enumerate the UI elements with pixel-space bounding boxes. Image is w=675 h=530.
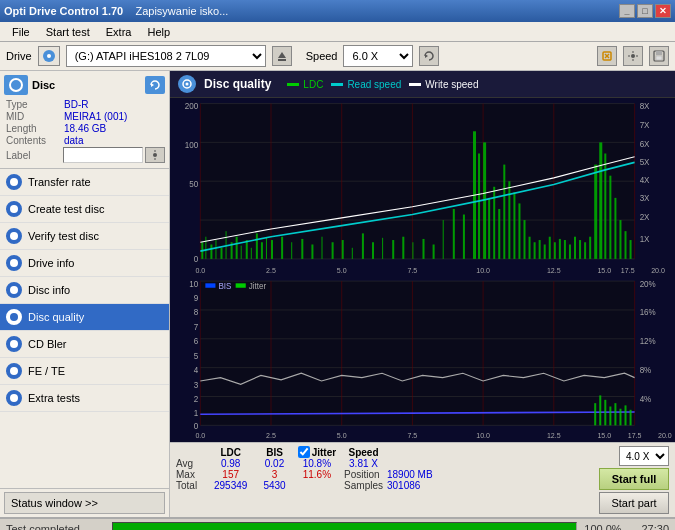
mid-value: MEIRA1 (001) <box>64 111 127 122</box>
svg-text:1X: 1X <box>640 234 650 244</box>
svg-rect-86 <box>423 239 425 259</box>
sidebar-item-create-test-disc[interactable]: Create test disc <box>0 196 169 223</box>
minimize-button[interactable]: _ <box>619 4 635 18</box>
progress-percent: 100.0% <box>583 523 623 530</box>
menu-help[interactable]: Help <box>139 24 178 40</box>
svg-text:12.5: 12.5 <box>547 266 561 275</box>
svg-marker-2 <box>278 52 286 58</box>
type-label: Type <box>6 99 64 110</box>
svg-text:6X: 6X <box>640 138 650 148</box>
sidebar: Disc Type BD-R MID MEIRA1 (001) Length 1… <box>0 71 170 517</box>
sidebar-item-verify-test-disc[interactable]: Verify test disc <box>0 223 169 250</box>
svg-text:2.5: 2.5 <box>266 430 276 439</box>
speed-header: Speed <box>340 446 387 458</box>
svg-text:4: 4 <box>194 365 199 375</box>
svg-rect-61 <box>221 248 223 259</box>
chart-header-icon <box>178 75 196 93</box>
svg-rect-71 <box>271 240 273 259</box>
save-button[interactable] <box>649 46 669 66</box>
svg-rect-106 <box>549 237 551 259</box>
svg-text:50: 50 <box>189 178 198 188</box>
svg-rect-101 <box>524 220 526 259</box>
sidebar-item-disc-quality[interactable]: Disc quality <box>0 304 169 331</box>
svg-text:100: 100 <box>185 140 199 150</box>
svg-rect-75 <box>311 244 313 258</box>
svg-rect-12 <box>636 56 638 57</box>
svg-rect-100 <box>518 203 520 258</box>
svg-rect-77 <box>332 242 334 259</box>
svg-rect-19 <box>155 158 156 160</box>
svg-rect-97 <box>503 165 505 259</box>
svg-rect-155 <box>604 400 606 426</box>
svg-text:5.0: 5.0 <box>337 430 347 439</box>
svg-rect-153 <box>594 403 596 425</box>
svg-rect-9 <box>633 51 634 53</box>
svg-point-8 <box>631 54 635 58</box>
type-value: BD-R <box>64 99 88 110</box>
label-input[interactable] <box>63 147 143 163</box>
jitter-checkbox[interactable] <box>298 446 310 458</box>
max-label: Max <box>176 469 206 480</box>
svg-rect-69 <box>261 242 263 259</box>
avg-speed: 3.81 X <box>340 458 387 469</box>
stats-table: LDC BIS Jitter Speed Avg 0.98 0.02 10.8% <box>176 446 433 491</box>
svg-text:0.0: 0.0 <box>195 430 205 439</box>
svg-rect-80 <box>362 233 364 259</box>
refresh-button[interactable] <box>419 46 439 66</box>
settings-button[interactable] <box>623 46 643 66</box>
status-window-button[interactable]: Status window >> <box>4 492 165 514</box>
svg-text:8: 8 <box>194 307 199 317</box>
time-display: 27:30 <box>629 523 669 530</box>
start-full-button[interactable]: Start full <box>599 468 669 490</box>
menu-start-test[interactable]: Start test <box>38 24 98 40</box>
sidebar-item-label: Drive info <box>28 257 74 269</box>
svg-rect-60 <box>215 240 216 259</box>
svg-rect-59 <box>210 244 212 258</box>
total-ldc: 295349 <box>206 480 255 491</box>
mid-label: MID <box>6 111 64 122</box>
max-jitter: 11.6% <box>294 469 340 480</box>
main-area: Disc Type BD-R MID MEIRA1 (001) Length 1… <box>0 71 675 517</box>
svg-rect-70 <box>266 238 267 259</box>
drive-select[interactable]: (G:) ATAPI iHES108 2 7L09 <box>66 45 266 67</box>
drive-bar: Drive (G:) ATAPI iHES108 2 7L09 Speed 6.… <box>0 42 675 71</box>
sidebar-item-extra-tests[interactable]: Extra tests <box>0 385 169 412</box>
svg-rect-157 <box>614 403 616 425</box>
svg-rect-87 <box>433 244 435 258</box>
close-button[interactable]: ✕ <box>655 4 671 18</box>
sidebar-item-drive-info[interactable]: Drive info <box>0 250 169 277</box>
sidebar-item-fe-te[interactable]: FE / TE <box>0 358 169 385</box>
speed-label: Speed <box>306 50 338 62</box>
svg-text:2X: 2X <box>640 212 650 222</box>
total-bis: 5430 <box>255 480 293 491</box>
sidebar-item-cd-bler[interactable]: CD Bler <box>0 331 169 358</box>
svg-text:5X: 5X <box>640 156 650 166</box>
max-ldc: 157 <box>206 469 255 480</box>
sidebar-item-label: Create test disc <box>28 203 104 215</box>
svg-text:200: 200 <box>185 101 199 111</box>
clear-button[interactable] <box>597 46 617 66</box>
quality-speed-select[interactable]: 4.0 X <box>619 446 669 466</box>
speed-select[interactable]: 6.0 X <box>343 45 413 67</box>
menu-extra[interactable]: Extra <box>98 24 140 40</box>
sidebar-status-section: Status window >> <box>0 488 169 517</box>
drive-eject-button[interactable] <box>272 46 292 66</box>
label-label: Label <box>6 150 63 161</box>
start-part-button[interactable]: Start part <box>599 492 669 514</box>
label-settings-btn[interactable] <box>145 147 165 163</box>
sidebar-item-transfer-rate[interactable]: Transfer rate <box>0 169 169 196</box>
svg-rect-109 <box>564 240 566 259</box>
svg-rect-85 <box>412 242 413 259</box>
svg-rect-116 <box>599 142 602 259</box>
svg-rect-90 <box>463 215 465 259</box>
svg-rect-156 <box>609 406 611 425</box>
svg-text:3: 3 <box>194 379 199 389</box>
menu-file[interactable]: File <box>4 24 38 40</box>
sidebar-item-disc-info[interactable]: Disc info <box>0 277 169 304</box>
disc-refresh-icon[interactable] <box>145 76 165 94</box>
svg-rect-115 <box>594 165 597 259</box>
charts-svg-area: 200 100 50 0 8X 7X 6X 5X 4X 3X 2X 1X 0.0… <box>170 98 675 442</box>
maximize-button[interactable]: □ <box>637 4 653 18</box>
avg-bis: 0.02 <box>255 458 293 469</box>
svg-rect-159 <box>625 405 627 425</box>
